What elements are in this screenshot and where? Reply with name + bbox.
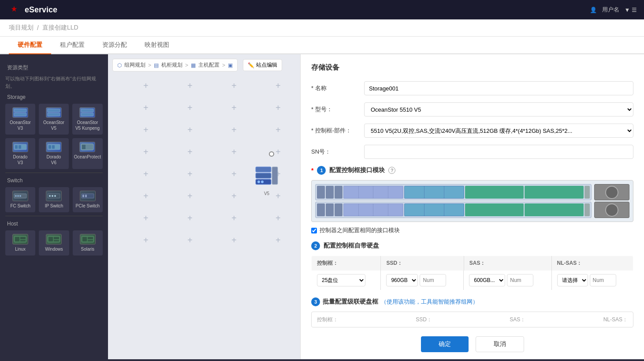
svg-rect-4 xyxy=(81,109,93,112)
tab-hardware[interactable]: 硬件配置 xyxy=(9,37,51,54)
sas-select[interactable]: 600GB... 1.2TB xyxy=(469,274,505,286)
name-row: * 名称 xyxy=(311,81,633,95)
canvas-plus-31: + xyxy=(231,235,237,245)
svg-rect-0 xyxy=(14,109,26,112)
pencil-icon: ✏️ xyxy=(248,62,254,68)
section1-badge: 1 xyxy=(317,166,326,175)
cancel-button[interactable]: 取消 xyxy=(476,336,524,352)
sidebar-item-oceanprotect[interactable]: OceanProtect xyxy=(72,138,103,169)
windows-icon xyxy=(46,234,62,244)
dorado-v6-icon xyxy=(46,142,62,152)
section3-link[interactable]: （使用该功能，工具能智能推荐组网） xyxy=(381,298,478,306)
canvas-plus-22: + xyxy=(187,191,193,201)
canvas-node xyxy=(269,151,274,157)
confirm-button[interactable]: 确定 xyxy=(421,336,469,352)
svg-rect-10 xyxy=(48,145,51,149)
sidebar-item-oceanstor-v5k[interactable]: OceanStorV5 Kunpeng xyxy=(72,104,103,135)
sidebar-item-dorado-v6[interactable]: DoradoV6 xyxy=(39,138,69,169)
svg-rect-1 xyxy=(14,113,26,116)
fc-switch-label: FC Switch xyxy=(10,203,30,209)
model-row: * 型号： OceanStor 5510 V5 OceanStor 5510 V… xyxy=(311,102,633,117)
footer: 版权所有©2021 华为技术有限公司 CSDN @/*守护她的笑容 xyxy=(0,359,644,361)
sidebar-item-dorado-v3[interactable]: DoradoV3 xyxy=(5,138,35,169)
sidebar-item-ip-switch[interactable]: IP Switch xyxy=(39,187,69,212)
tab-tenant[interactable]: 租户配置 xyxy=(51,37,93,54)
solaris-label: Solaris xyxy=(81,246,95,252)
ssd-num-input[interactable] xyxy=(420,274,446,286)
svg-rect-23 xyxy=(82,195,84,197)
sn-input[interactable] xyxy=(364,145,633,159)
edit-button[interactable]: ✏️ 站点编辑 xyxy=(243,59,282,71)
name-control xyxy=(364,81,633,95)
resource-type-desc: 可以拖动下列图标到"右侧画布"去行组网规划。 xyxy=(5,75,103,90)
canvas-breadcrumb-icon-network: ⬡ xyxy=(117,62,122,68)
svg-rect-37 xyxy=(256,167,271,172)
svg-rect-13 xyxy=(82,145,86,149)
sidebar-item-windows[interactable]: Windows xyxy=(39,230,69,256)
sas-num-input[interactable] xyxy=(507,274,533,286)
section2-badge: 2 xyxy=(311,241,320,250)
canvas-storage-label: V5 xyxy=(253,191,280,196)
sidebar-item-pcie-switch[interactable]: PCIe Switch xyxy=(73,187,103,212)
user-text: 用户名 xyxy=(602,6,619,14)
ssd-select[interactable]: 960GB 480GB xyxy=(386,274,418,286)
config-header-col4: NL-SAS： xyxy=(551,256,633,271)
nlsas-select[interactable]: 请选择 4TB xyxy=(557,274,588,286)
svg-point-19 xyxy=(49,195,51,197)
control-select[interactable]: 5510 V5(2U,双控,SAS,交流\240V高压直流,512GB 缓存,4… xyxy=(364,124,633,138)
svg-point-41 xyxy=(257,180,260,183)
canvas-plus-1: + xyxy=(143,81,149,91)
name-input[interactable] xyxy=(364,81,633,95)
storage-grid: OceanStorV3 OceanStorV5 OceanStorV5 Kunp… xyxy=(5,104,103,169)
section2-header: 2 配置控制框自带硬盘 xyxy=(311,241,633,250)
svg-rect-27 xyxy=(20,237,26,239)
pcie-switch-icon xyxy=(80,191,96,201)
nav-menu-icon[interactable]: ▼ ☰ xyxy=(625,7,637,13)
oceanstor-v3-label: OceanStorV3 xyxy=(10,120,31,131)
storage-diagram xyxy=(311,180,633,222)
config-table: 控制框： SSD： SAS： NL-SAS： 25盘位 12盘位 960GB 4… xyxy=(311,256,633,290)
user-icon[interactable]: 👤 xyxy=(590,7,597,13)
sidebar-item-fc-switch[interactable]: FC Switch xyxy=(5,187,35,212)
svg-rect-11 xyxy=(52,145,55,149)
model-control: OceanStor 5510 V5 OceanStor 5510 V3 Dora… xyxy=(364,102,633,117)
config-header-col2: SSD： xyxy=(381,256,464,271)
windows-label: Windows xyxy=(45,246,63,252)
canvas-plus-13: + xyxy=(143,147,149,157)
section3-header: 3 批量配置级联硬盘框 （使用该功能，工具能智能推荐组网） xyxy=(311,297,633,306)
tab-resource[interactable]: 资源分配 xyxy=(93,37,136,54)
oceanstor-v5-icon xyxy=(46,107,62,118)
sn-label: SN号： xyxy=(311,148,364,156)
control-control: 5510 V5(2U,双控,SAS,交流\240V高压直流,512GB 缓存,4… xyxy=(364,124,633,138)
same-interface-label: 控制器之间配置相同的接口模块 xyxy=(320,226,400,234)
breadcrumb-separator: / xyxy=(37,24,39,31)
sidebar: 资源类型 可以拖动下列图标到"右侧画布"去行组网规划。 Storage Ocea… xyxy=(0,54,108,359)
svg-rect-32 xyxy=(54,240,59,241)
canvas-plus-2: + xyxy=(187,81,193,91)
nlsas-num-input[interactable] xyxy=(590,274,616,286)
section3-table-col4: NL-SAS： xyxy=(603,316,628,323)
canvas-storage-device[interactable]: V5 xyxy=(253,162,280,196)
canvas-bc-sep2: > xyxy=(185,62,188,68)
breadcrumb-item-1[interactable]: 项目规划 xyxy=(9,24,34,32)
top-navigation: eService 👤 用户名 ▼ ☰ xyxy=(0,0,644,19)
switch-grid: FC Switch IP Switch PCIe Switch xyxy=(5,187,103,212)
svg-rect-3 xyxy=(48,113,60,116)
canvas-plus-23: + xyxy=(231,191,237,201)
sidebar-item-oceanstor-v5[interactable]: OceanStorV5 xyxy=(39,104,69,135)
canvas-plus-18: + xyxy=(187,169,193,179)
canvas-bc-network: 组网规划 xyxy=(124,61,145,69)
canvas-plus-8: + xyxy=(275,103,281,113)
frame-select[interactable]: 25盘位 12盘位 xyxy=(317,274,365,286)
divider-host xyxy=(5,216,103,216)
canvas-plus-28: + xyxy=(275,213,281,223)
tab-mapview[interactable]: 映射视图 xyxy=(136,37,178,54)
sidebar-item-solaris[interactable]: Solaris xyxy=(73,230,103,256)
sidebar-item-oceanstor-v3[interactable]: OceanStorV3 xyxy=(5,104,35,135)
same-interface-checkbox[interactable] xyxy=(311,228,317,233)
svg-rect-2 xyxy=(48,109,60,112)
sidebar-item-linux[interactable]: Linux xyxy=(5,230,35,256)
section1-help-icon[interactable]: ? xyxy=(388,167,395,174)
section1-required-mark: * xyxy=(311,167,313,174)
model-select[interactable]: OceanStor 5510 V5 OceanStor 5510 V3 Dora… xyxy=(364,102,633,117)
